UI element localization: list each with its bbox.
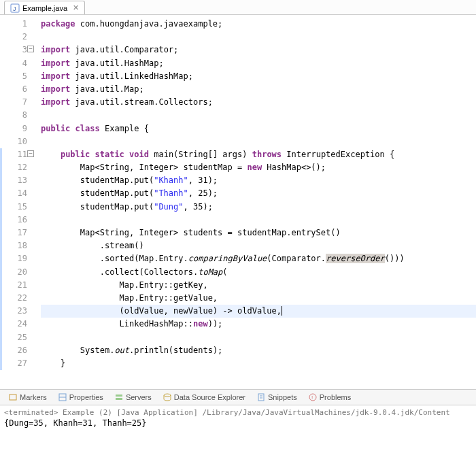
code-editor[interactable]: 123–4567891011–1213141516171819202122232… [0,15,476,389]
line-number: 5 [0,70,27,83]
panel-tab-properties[interactable]: Properties [54,392,107,402]
servers-icon [114,392,124,402]
line-number: 11– [0,148,27,161]
line-number: 24 [0,318,27,331]
svg-rect-6 [116,398,122,400]
code-line[interactable] [41,135,476,148]
svg-text:J: J [13,5,16,12]
file-tab-label: Example.java [22,4,67,12]
line-number: 17 [0,227,27,239]
line-number: 19 [0,252,27,265]
code-line[interactable]: System.out.println(students); [41,344,476,357]
code-line[interactable]: public static void main(String[] args) t… [41,148,476,161]
console-status: <terminated> Example (2) [Java Applicati… [4,408,472,417]
line-number: 6 [0,83,27,96]
line-number: 16 [0,214,27,227]
panel-tab-label: Data Source Explorer [174,393,245,401]
code-line[interactable]: import java.util.Comparator; [41,44,476,56]
svg-rect-2 [10,395,16,400]
line-number: 27 [0,357,27,370]
code-line[interactable]: .sorted(Map.Entry.comparingByValue(Compa… [41,252,476,265]
line-number: 20 [0,266,27,279]
code-line[interactable]: import java.util.LinkedHashMap; [41,70,476,83]
code-line[interactable]: Map.Entry::getKey, [41,279,476,292]
line-number: 9 [0,122,27,135]
code-line[interactable] [41,214,476,227]
line-number: 26 [0,344,27,357]
code-line[interactable]: studentMap.put("Thanh", 25); [41,187,476,200]
line-number: 14 [0,187,27,200]
snippets-icon [256,392,266,402]
panel-tab-label: Servers [126,393,152,401]
code-line[interactable]: import java.util.stream.Collectors; [41,96,476,109]
panel-tab-servers[interactable]: Servers [110,392,156,402]
code-line[interactable] [41,31,476,44]
line-number: 18 [0,239,27,252]
code-line[interactable]: LinkedHashMap::new)); [41,318,476,331]
line-number: 25 [0,331,27,344]
properties-icon [58,392,67,402]
bottom-panel-tabs: MarkersPropertiesServersData Source Expl… [0,389,476,405]
line-number: 15 [0,201,27,214]
line-number: 23 [0,305,27,318]
line-number: 10 [0,135,27,148]
code-line[interactable]: import java.util.HashMap; [41,57,476,70]
editor-tabbar: J Example.java ✕ [0,0,476,15]
code-line[interactable]: import java.util.Map; [41,83,476,96]
svg-rect-5 [116,395,122,397]
line-number: 8 [0,109,27,122]
line-number: 3– [0,44,27,56]
java-file-icon: J [10,3,20,13]
code-area[interactable]: package com.huongdanjava.javaexample;imp… [31,15,476,389]
code-line[interactable]: studentMap.put("Dung", 35); [41,201,476,214]
code-line[interactable] [41,331,476,344]
panel-tab-data-source-explorer[interactable]: Data Source Explorer [158,392,250,402]
problems-icon: ! [308,392,318,402]
fold-toggle-icon[interactable]: – [27,46,34,52]
code-line[interactable]: } [41,357,476,370]
code-line[interactable]: (oldValue, newValue) -> oldValue, [41,305,476,318]
svg-rect-8 [258,394,264,401]
code-line[interactable]: Map<String, Integer> students = studentM… [41,227,476,239]
console-panel: <terminated> Example (2) [Java Applicati… [0,405,476,431]
code-line[interactable]: .stream() [41,239,476,252]
close-icon[interactable]: ✕ [73,3,79,12]
code-line[interactable]: .collect(Collectors.toMap( [41,266,476,279]
panel-tab-label: Properties [69,393,103,401]
line-number: 22 [0,292,27,305]
code-line[interactable]: public class Example { [41,122,476,135]
data-source-explorer-icon [163,392,172,402]
code-line[interactable] [41,109,476,122]
panel-tab-label: Problems [320,393,351,401]
line-number: 2 [0,31,27,44]
file-tab[interactable]: J Example.java ✕ [4,1,85,14]
console-output: {Dung=35, Khanh=31, Thanh=25} [4,418,472,428]
fold-toggle-icon[interactable]: – [27,150,34,157]
panel-tab-label: Markers [20,393,47,401]
line-number: 1 [0,18,27,31]
code-line[interactable]: Map<String, Integer> studentMap = new Ha… [41,161,476,174]
svg-point-7 [164,394,171,397]
line-number: 21 [0,279,27,292]
line-number: 12 [0,161,27,174]
panel-tab-label: Snippets [268,393,297,401]
line-gutter: 123–4567891011–1213141516171819202122232… [0,15,31,389]
code-line[interactable]: Map.Entry::getValue, [41,292,476,305]
code-line[interactable]: studentMap.put("Khanh", 31); [41,174,476,187]
code-line[interactable]: package com.huongdanjava.javaexample; [41,18,476,31]
line-number: 7 [0,96,27,109]
panel-tab-problems[interactable]: !Problems [304,392,355,402]
svg-text:!: ! [311,395,313,401]
markers-icon [8,392,18,402]
line-number: 13 [0,174,27,187]
panel-tab-markers[interactable]: Markers [4,392,51,402]
line-number: 4 [0,57,27,70]
panel-tab-snippets[interactable]: Snippets [252,392,301,402]
